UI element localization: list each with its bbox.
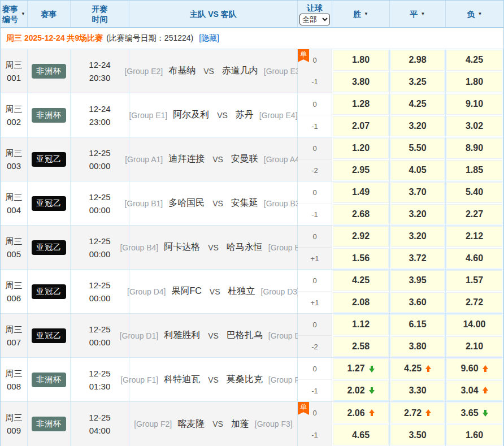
odds-lose-line0[interactable]: 9.60 [446,358,502,379]
odds-win-line1[interactable]: 4.65 [333,425,389,445]
draw-odds-column: 4.25 3.30 [390,358,446,401]
odds-lose-line0[interactable]: 3.65 [446,402,502,423]
handicap-cell: 0 +1 [298,226,332,269]
odds-lose-line0[interactable]: 14.00 [446,314,502,335]
odds-draw-line1[interactable]: 3.20 [390,204,445,225]
away-team-name: 安集延 [231,197,258,209]
odds-lose-line1[interactable]: 3.02 [446,116,502,137]
odds-win-line0[interactable]: 1.20 [333,138,389,159]
hide-link[interactable]: [隐藏] [199,33,219,44]
home-team-name: 阿卡达格 [164,241,200,253]
odds-value: 2.07 [352,121,370,131]
kickoff-date: 12-24 [89,58,110,71]
odds-lose-line1[interactable]: 1.60 [446,425,502,445]
odds-draw-line1[interactable]: 3.60 [390,292,445,313]
odds-win-line1[interactable]: 3.80 [333,72,389,93]
odds-draw-line0[interactable]: 3.70 [390,182,445,203]
sort-caret-icon[interactable]: ▼ [364,9,368,19]
odds-value: 3.25 [409,77,426,87]
odds-draw-line0[interactable]: 4.25 [390,358,445,379]
odds-draw-line1[interactable]: 3.30 [390,380,445,401]
odds-lose-line0[interactable]: 4.25 [446,50,502,71]
league-cell: 非洲杯 [28,358,71,401]
odds-value: 2.10 [466,341,483,352]
odds-win-line0[interactable]: 1.27 [333,358,389,379]
odds-lose-line0[interactable]: 9.10 [446,94,502,115]
odds-win-line0[interactable]: 1.80 [333,50,389,71]
odds-lose-line1[interactable]: 1.85 [446,160,502,181]
handicap-line-0: 0 [298,270,332,292]
odds-win-line0[interactable]: 4.25 [333,270,389,291]
handicap-line-0: 0 [298,181,332,203]
handicap-filter-select[interactable]: 全部 [299,14,330,25]
odds-lose-line1[interactable]: 4.60 [446,248,502,269]
sort-caret-icon[interactable]: ▼ [478,9,483,19]
odds-draw-line0[interactable]: 2.98 [390,50,445,71]
odds-draw-line0[interactable]: 3.95 [390,270,445,291]
odds-lose-line0[interactable]: 8.90 [446,138,502,159]
odds-win-line0[interactable]: 2.06 [333,402,389,423]
trend-arrow-icon [483,409,488,417]
odds-draw-line0[interactable]: 2.72 [390,402,445,423]
odds-draw-line1[interactable]: 3.25 [390,72,445,93]
odds-draw-line0[interactable]: 5.50 [390,138,445,159]
header-cell-win[interactable]: 胜 ▼ [332,1,390,27]
odds-value: 2.27 [466,209,483,219]
league-badge: 非洲杯 [32,64,66,79]
header-cell-draw[interactable]: 平 ▼ [390,1,446,27]
handicap-cell: 0 -2 [298,314,332,357]
odds-win-line0[interactable]: 1.49 [333,182,389,203]
lose-odds-column: 5.40 2.27 [446,181,503,225]
odds-value: 1.12 [352,319,370,330]
odds-value: 1.57 [466,275,483,285]
odds-win-line1[interactable]: 2.07 [333,116,389,137]
odds-draw-line1[interactable]: 3.80 [390,336,445,357]
sort-caret-icon[interactable]: ▼ [21,9,25,19]
odds-win-line1[interactable]: 2.08 [333,292,389,313]
odds-value: 3.50 [409,430,426,440]
odds-lose-line0[interactable]: 2.12 [446,226,502,247]
away-group-label: [Group E3] [264,67,302,76]
draw-odds-column: 6.15 3.80 [390,314,446,357]
match-id-cell: 周三 009 [1,402,28,446]
odds-win-line0[interactable]: 2.92 [333,226,389,247]
odds-win-line1[interactable]: 2.95 [333,160,389,181]
handicap-cell: 0 -1 [298,93,332,137]
odds-draw-line1[interactable]: 3.20 [390,116,445,137]
odds-lose-line0[interactable]: 1.57 [446,270,502,291]
odds-draw-line1[interactable]: 3.50 [390,425,445,445]
odds-value: 8.90 [466,143,483,153]
odds-lose-line1[interactable]: 2.10 [446,336,502,357]
odds-draw-line0[interactable]: 6.15 [390,314,445,335]
odds-lose-line1[interactable]: 3.04 [446,380,502,401]
odds-lose-line0[interactable]: 5.40 [446,182,502,203]
odds-draw-line0[interactable]: 3.20 [390,226,445,247]
odds-win-line0[interactable]: 1.28 [333,94,389,115]
odds-value: 4.65 [352,430,370,440]
odds-lose-line1[interactable]: 2.27 [446,204,502,225]
sort-caret-icon[interactable]: ▼ [421,9,425,19]
header-cell-match-no[interactable]: 赛事 编号 ▼ [1,1,28,27]
away-team-name: 苏丹 [236,109,254,121]
odds-win-line1[interactable]: 2.02 [333,380,389,401]
trend-arrow-icon [369,365,375,373]
match-row: 周三 001 非洲杯 12-24 20:30 [Group E2] 布基纳 VS… [1,49,503,93]
odds-draw-line1[interactable]: 4.05 [390,160,445,181]
odds-win-line0[interactable]: 1.12 [333,314,389,335]
odds-lose-line1[interactable]: 2.72 [446,292,502,313]
match-weekday: 周三 [6,146,23,159]
match-row: 周三 003 亚冠乙 12-25 00:00 [Group A1] 迪拜连接 V… [1,137,503,181]
match-number: 008 [7,380,21,393]
home-team-name: 果阿FC [172,285,202,297]
odds-win-line1[interactable]: 1.56 [333,248,389,269]
odds-draw-line0[interactable]: 4.25 [390,94,445,115]
match-id-cell: 周三 005 [1,226,28,269]
header-cell-lose[interactable]: 负 ▼ [446,1,503,27]
odds-win-line1[interactable]: 2.58 [333,336,389,357]
odds-win-line1[interactable]: 2.68 [333,204,389,225]
match-id-cell: 周三 003 [1,137,28,181]
match-row: 周三 007 亚冠乙 12-25 00:00 [Group D1] 利雅胜利 V… [1,314,503,358]
odds-draw-line1[interactable]: 3.72 [390,248,445,269]
odds-lose-line1[interactable]: 1.80 [446,72,502,93]
handicap-line-1: -1 [298,203,332,225]
